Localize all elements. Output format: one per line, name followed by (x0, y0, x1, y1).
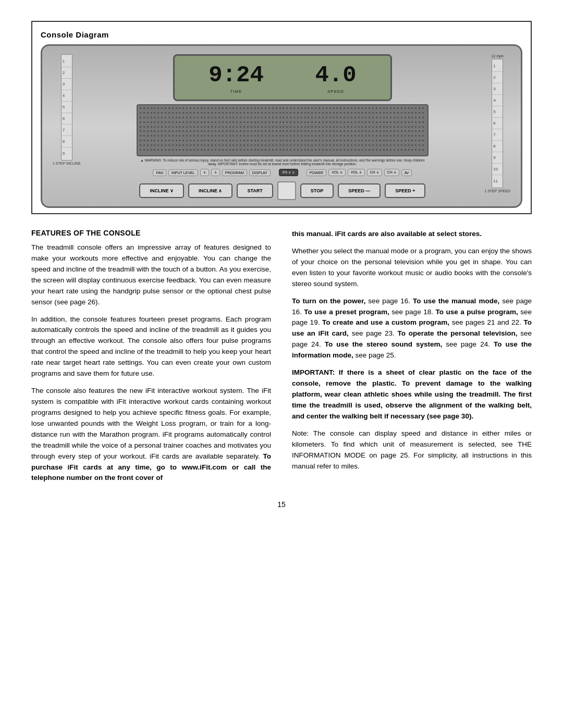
speaker-dot (240, 130, 241, 132)
speaker-dot (222, 126, 224, 128)
speaker-dot (207, 121, 209, 123)
speaker-dot (207, 144, 209, 146)
speaker-dot (258, 126, 259, 128)
speaker-dot (168, 130, 170, 132)
speaker-dot (157, 140, 159, 141)
speaker-dot (272, 149, 274, 151)
speaker-dot (290, 135, 291, 137)
display-button[interactable]: DISPLAY (249, 169, 271, 176)
speed-plus-button[interactable]: SPEED + (385, 183, 425, 198)
speaker-dot (279, 149, 281, 151)
speaker-dot (354, 121, 356, 123)
av-button[interactable]: AV (401, 169, 412, 176)
right-para-2: To turn on the power, see page 16. To us… (292, 296, 532, 362)
speaker-dot (333, 135, 335, 137)
speaker-dot (380, 144, 381, 146)
speaker-dot (344, 126, 345, 128)
speaker-dot (354, 112, 356, 114)
speaker-dot (351, 149, 352, 151)
speaker-dot (204, 107, 205, 109)
down-button[interactable]: ∨ (200, 169, 209, 176)
speaker-dot (344, 130, 345, 132)
speaker-dot (365, 112, 366, 114)
up-button[interactable]: ∧ (211, 169, 220, 176)
speaker-dot (279, 144, 281, 146)
program-button[interactable]: PROGRAM (222, 169, 247, 176)
speaker-dot (286, 117, 288, 118)
speaker-dot (229, 121, 231, 123)
speaker-dot (422, 107, 424, 109)
speaker-dot (301, 144, 302, 146)
speaker-dot (182, 149, 184, 151)
speed-minus-button[interactable]: SPEED — (338, 183, 381, 198)
speaker-dot (168, 112, 170, 114)
incline-down-button[interactable]: INCLINE ∨ (139, 183, 184, 198)
treadmill-console: 9 8 7 6 5 4 3 2 1 1 STEP INCLINE (41, 44, 522, 208)
speaker-dot (322, 126, 324, 128)
speaker-dot (218, 130, 220, 132)
vol-down-button[interactable]: VOL ∨ (328, 169, 346, 176)
speaker-dot (347, 140, 349, 141)
speaker-dot (415, 126, 417, 128)
speaker-dot (290, 144, 291, 146)
input-level-button[interactable]: INPUT LEVEL (168, 169, 198, 176)
speaker-dot (222, 140, 224, 141)
speaker-dot (329, 117, 331, 118)
speaker-dot (365, 135, 366, 137)
speaker-dot (326, 140, 327, 141)
speaker-dot (358, 126, 360, 128)
speaker-dot (240, 140, 241, 141)
speaker-dot (161, 112, 163, 114)
speaker-dot (197, 107, 199, 109)
speaker-dot (151, 112, 152, 114)
speaker-dot (304, 117, 306, 118)
speaker-dot (361, 117, 363, 118)
speaker-dot (290, 126, 291, 128)
speaker-dot (265, 135, 266, 137)
stop-button[interactable]: STOP (300, 183, 334, 198)
speaker-dot (243, 107, 245, 109)
speaker-dot (394, 135, 395, 137)
ch-down-button[interactable]: CH ∨ (367, 169, 382, 176)
speaker-dot (390, 135, 391, 137)
speaker-dot (326, 121, 327, 123)
speaker-dot (172, 140, 174, 141)
power-button[interactable]: POWER (307, 169, 326, 176)
speaker-dot (276, 117, 277, 118)
speaker-dot (215, 112, 216, 114)
speaker-dot (415, 140, 417, 141)
speaker-dot (247, 130, 249, 132)
speaker-dot (240, 135, 241, 137)
speaker-dot (336, 117, 338, 118)
speaker-dot (211, 107, 213, 109)
speaker-dot (229, 149, 231, 151)
speaker-dot (290, 121, 291, 123)
vol-up-button[interactable]: VOL ∧ (348, 169, 365, 176)
speaker-dot (304, 121, 306, 123)
speaker-dot (276, 130, 277, 132)
speaker-dot (411, 135, 413, 137)
speaker-dot (411, 149, 413, 151)
speaker-dot (229, 126, 231, 128)
speaker-dot (268, 135, 270, 137)
speaker-dot (386, 117, 388, 118)
speaker-dot (376, 126, 377, 128)
speaker-dot (319, 117, 320, 118)
speaker-dot (258, 130, 259, 132)
speaker-dot (397, 149, 399, 151)
speaker-dot (333, 126, 335, 128)
speaker-dot (358, 135, 360, 137)
incline-up-button[interactable]: INCLINE ∧ (188, 183, 233, 198)
ifit-button[interactable]: iFit ∨ ∧ (279, 169, 298, 176)
speaker-dot (172, 135, 174, 137)
speaker-dot (140, 149, 141, 151)
speaker-dot (265, 117, 266, 118)
start-button[interactable]: START (237, 183, 273, 198)
speaker-dot (383, 112, 385, 114)
ch-up-button[interactable]: CH ∧ (384, 169, 399, 176)
speaker-dot (261, 135, 263, 137)
speaker-dot (251, 112, 252, 114)
speaker-dot (415, 112, 417, 114)
speaker-dot (380, 126, 381, 128)
fan-button[interactable]: FAN (153, 169, 166, 176)
